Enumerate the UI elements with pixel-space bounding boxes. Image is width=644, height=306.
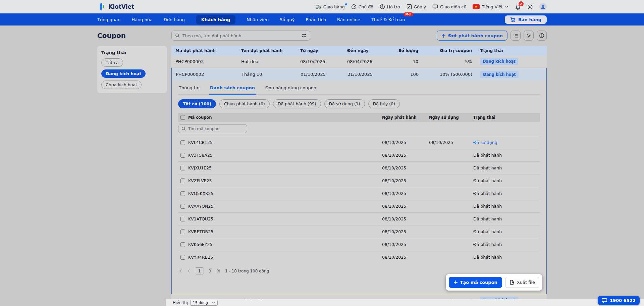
coupon-row[interactable]: KV3T58A25 08/10/2025 Đã phát hành bbox=[178, 149, 540, 161]
row-checkbox[interactable] bbox=[180, 140, 185, 145]
status-chip-inactive[interactable]: Chưa kích hoạt bbox=[101, 81, 142, 89]
nav-item-tong-quan[interactable]: Tổng quan bbox=[97, 15, 120, 24]
toolbar: Đợt phát hành coupon ? bbox=[171, 31, 547, 41]
coupon-row[interactable]: KVK56EY25 08/10/2025 Đã phát hành bbox=[178, 238, 540, 251]
theme-label: Chủ đề bbox=[359, 4, 373, 9]
topbar: KiotViet Giao hàng Chủ đề ? bbox=[0, 0, 644, 13]
coupon-issued-date: 08/10/2025 bbox=[382, 140, 429, 145]
select-all-checkbox[interactable] bbox=[180, 115, 185, 120]
coupon-row[interactable]: KVZFLVE25 08/10/2025 Đã phát hành bbox=[178, 174, 540, 187]
brand-name: KiotViet bbox=[108, 3, 134, 10]
support-menu-item[interactable]: ? Hỗ trợ bbox=[380, 4, 400, 9]
prev-page-button[interactable] bbox=[187, 269, 191, 273]
coupon-row[interactable]: KVL4CB125 08/10/2025 08/10/2025 Đã sử dụ… bbox=[178, 136, 540, 149]
coupon-issued-date: 08/10/2025 bbox=[382, 165, 429, 170]
issue-row-phcp000003[interactable]: PHCP000003 Hot deal 08/10/2025 08/04/202… bbox=[171, 55, 547, 68]
nav-item-hang-hoa[interactable]: Hàng hóa bbox=[131, 15, 153, 24]
first-page-button[interactable] bbox=[178, 269, 182, 273]
coupon-search-box[interactable] bbox=[178, 124, 247, 133]
page-size-select[interactable]: 15 dòng bbox=[190, 300, 218, 306]
column-settings-button[interactable] bbox=[511, 31, 521, 41]
nav-item-thue-ke-toan[interactable]: Thuế & Kế toán Mới bbox=[371, 15, 405, 24]
notifications-button[interactable]: 2 bbox=[515, 4, 521, 10]
row-checkbox[interactable] bbox=[180, 242, 185, 247]
row-checkbox[interactable] bbox=[180, 217, 185, 221]
coupon-used-date: 08/10/2025 bbox=[429, 140, 473, 145]
help-button[interactable]: ? bbox=[537, 31, 547, 41]
row-checkbox[interactable] bbox=[180, 204, 185, 209]
coupon-status-link[interactable]: Đã sử dụng bbox=[473, 140, 540, 145]
nav-item-nhan-vien[interactable]: Nhân viên bbox=[247, 15, 269, 24]
legacy-ui-menu-item[interactable]: Giao diện cũ bbox=[432, 4, 466, 9]
issues-table-header: Mã đợt phát hành Tên đợt phát hành Từ ng… bbox=[171, 46, 547, 55]
filter-chip-not-issued[interactable]: Chưa phát hành (0) bbox=[219, 99, 270, 108]
last-page-button[interactable] bbox=[216, 269, 221, 273]
issue-name: Hot deal bbox=[237, 59, 296, 64]
table-settings-button[interactable] bbox=[524, 31, 534, 41]
theme-menu-item[interactable]: Chủ đề bbox=[351, 4, 373, 9]
coupon-search-row bbox=[178, 122, 540, 136]
filter-chip-cancelled[interactable]: Đã hủy (0) bbox=[368, 99, 400, 108]
filter-chip-issued[interactable]: Đã phát hành (99) bbox=[273, 99, 321, 108]
current-page-number[interactable]: 1 bbox=[195, 267, 204, 274]
row-checkbox[interactable] bbox=[180, 166, 185, 170]
row-checkbox[interactable] bbox=[180, 153, 185, 158]
issue-row-phcp000002-selected[interactable]: PHCP000002 Tháng 10 01/10/2025 31/10/202… bbox=[172, 68, 546, 81]
export-icon bbox=[509, 280, 515, 285]
row-checkbox[interactable] bbox=[180, 178, 185, 183]
issue-search-box[interactable] bbox=[171, 31, 310, 41]
feedback-menu-item[interactable]: Góp ý bbox=[407, 4, 426, 9]
brand-logo[interactable]: KiotViet bbox=[97, 2, 134, 11]
filter-chip-all[interactable]: Tất cả (100) bbox=[178, 99, 216, 108]
nav-item-khach-hang[interactable]: Khách hàng bbox=[196, 15, 235, 24]
tab-don-hang-dung-coupon[interactable]: Đơn hàng dùng coupon bbox=[265, 82, 317, 94]
vietnam-flag-icon: ★ bbox=[473, 4, 480, 9]
nav-item-don-hang[interactable]: Đơn hàng bbox=[164, 15, 185, 24]
sell-button[interactable]: Bán hàng bbox=[505, 15, 547, 24]
coupon-row[interactable]: KVJXU1E25 08/10/2025 Đã phát hành bbox=[178, 161, 540, 174]
coupon-search-input[interactable] bbox=[188, 126, 244, 131]
status-chip-all[interactable]: Tất cả bbox=[101, 58, 123, 67]
coupon-row[interactable]: KVQ5KXK25 08/10/2025 Đã phát hành bbox=[178, 187, 540, 200]
filter-chip-used[interactable]: Đã sử dụng (1) bbox=[324, 99, 365, 108]
filter-sliders-icon[interactable] bbox=[302, 33, 307, 38]
row-checkbox[interactable] bbox=[180, 255, 185, 260]
create-issue-button[interactable]: Đợt phát hành coupon bbox=[437, 31, 507, 41]
kiotviet-logo-icon bbox=[97, 2, 106, 11]
tab-danh-sach-coupon[interactable]: Danh sách coupon bbox=[209, 82, 256, 95]
create-coupon-button[interactable]: Tạo mã coupon bbox=[449, 277, 502, 288]
support-chat-button[interactable]: 1900 6522 bbox=[598, 296, 640, 305]
coupon-row[interactable]: KVRETDR25 08/10/2025 Đã phát hành bbox=[178, 225, 540, 238]
language-selector[interactable]: ★ Tiếng Việt bbox=[473, 4, 508, 9]
row-checkbox[interactable] bbox=[180, 191, 185, 196]
coupon-row[interactable]: KVYR4RB25 08/10/2025 Đã phát hành bbox=[178, 251, 540, 263]
feedback-icon bbox=[407, 4, 412, 9]
nav-item-phan-tich[interactable]: Phân tích bbox=[306, 15, 326, 24]
coupon-status: Đã phát hành bbox=[473, 216, 540, 221]
coupon-issued-date: 08/10/2025 bbox=[382, 153, 429, 158]
nav-item-ban-online[interactable]: Bán online bbox=[337, 15, 360, 24]
chevron-down-icon bbox=[505, 5, 508, 8]
user-avatar[interactable] bbox=[539, 3, 547, 10]
coupon-row[interactable]: KVAAYQN25 08/10/2025 Đã phát hành bbox=[178, 200, 540, 212]
row-checkbox[interactable] bbox=[180, 230, 185, 234]
delivery-menu-item[interactable]: Giao hàng bbox=[316, 4, 345, 9]
issue-search-input[interactable] bbox=[182, 33, 299, 38]
coupon-code: KVZFLVE25 bbox=[188, 178, 382, 183]
tab-thong-tin[interactable]: Thông tin bbox=[178, 82, 200, 94]
sell-button-label: Bán hàng bbox=[518, 17, 541, 22]
next-page-button[interactable] bbox=[208, 269, 212, 273]
export-file-button[interactable]: Xuất file bbox=[505, 277, 539, 288]
col-header-quantity: Số lượng bbox=[390, 48, 422, 53]
status-filter-card: Trạng thái Tất cả Đang kích hoạt Chưa kí… bbox=[97, 46, 167, 93]
coupon-status: Đã phát hành bbox=[473, 229, 540, 234]
notification-badge: 2 bbox=[519, 1, 524, 6]
truck-icon bbox=[316, 4, 321, 9]
nav-item-so-quy[interactable]: Sổ quỹ bbox=[280, 15, 295, 24]
coupon-pagination: 1 1 - 10 trong 100 dòng bbox=[178, 263, 540, 274]
settings-button[interactable] bbox=[527, 4, 533, 10]
export-file-label: Xuất file bbox=[517, 280, 535, 285]
coupon-row[interactable]: KV1ATQU25 08/10/2025 Đã phát hành bbox=[178, 212, 540, 225]
status-chip-active[interactable]: Đang kích hoạt bbox=[101, 69, 146, 78]
chat-icon bbox=[602, 298, 607, 303]
